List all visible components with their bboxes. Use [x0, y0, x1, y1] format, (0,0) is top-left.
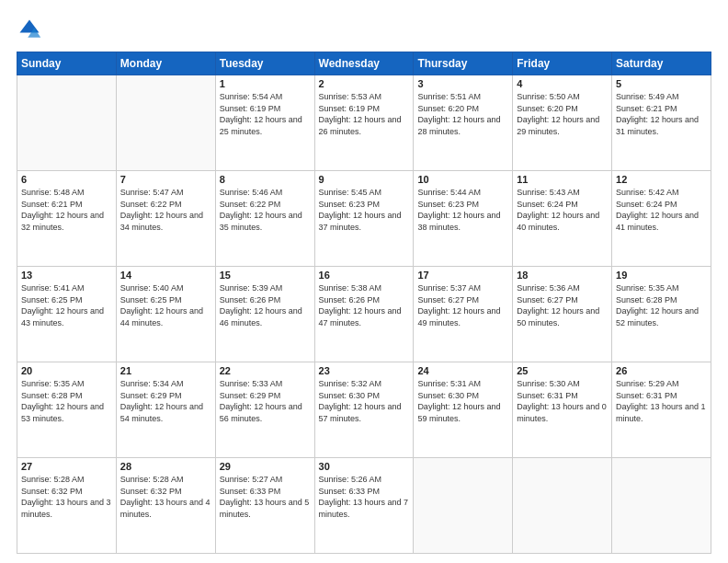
calendar-week-3: 13Sunrise: 5:41 AM Sunset: 6:25 PM Dayli… — [17, 267, 711, 362]
calendar-cell — [612, 458, 711, 554]
calendar-cell: 20Sunrise: 5:35 AM Sunset: 6:28 PM Dayli… — [17, 362, 117, 458]
day-info: Sunrise: 5:34 AM Sunset: 6:29 PM Dayligh… — [120, 378, 211, 424]
day-info: Sunrise: 5:28 AM Sunset: 6:32 PM Dayligh… — [120, 474, 211, 520]
page: SundayMondayTuesdayWednesdayThursdayFrid… — [0, 0, 728, 563]
day-info: Sunrise: 5:27 AM Sunset: 6:33 PM Dayligh… — [220, 474, 311, 520]
calendar-cell: 19Sunrise: 5:35 AM Sunset: 6:28 PM Dayli… — [612, 267, 711, 362]
calendar-cell: 25Sunrise: 5:30 AM Sunset: 6:31 PM Dayli… — [513, 362, 612, 458]
day-number: 12 — [616, 174, 707, 185]
day-number: 20 — [21, 365, 112, 376]
day-number: 7 — [120, 174, 211, 185]
calendar-cell: 4Sunrise: 5:50 AM Sunset: 6:20 PM Daylig… — [513, 75, 612, 171]
calendar-cell: 28Sunrise: 5:28 AM Sunset: 6:32 PM Dayli… — [116, 458, 215, 554]
day-number: 14 — [120, 270, 211, 281]
calendar-header-tuesday: Tuesday — [215, 52, 314, 75]
calendar-cell: 13Sunrise: 5:41 AM Sunset: 6:25 PM Dayli… — [17, 267, 117, 362]
calendar-table: SundayMondayTuesdayWednesdayThursdayFrid… — [17, 52, 711, 554]
day-number: 9 — [319, 174, 410, 185]
day-info: Sunrise: 5:37 AM Sunset: 6:27 PM Dayligh… — [417, 282, 508, 328]
day-info: Sunrise: 5:42 AM Sunset: 6:24 PM Dayligh… — [616, 187, 707, 233]
calendar-cell: 11Sunrise: 5:43 AM Sunset: 6:24 PM Dayli… — [513, 171, 612, 267]
calendar-cell: 21Sunrise: 5:34 AM Sunset: 6:29 PM Dayli… — [116, 362, 215, 458]
day-number: 10 — [417, 174, 508, 185]
day-info: Sunrise: 5:53 AM Sunset: 6:19 PM Dayligh… — [319, 91, 410, 137]
day-number: 21 — [120, 365, 211, 376]
day-info: Sunrise: 5:54 AM Sunset: 6:19 PM Dayligh… — [220, 91, 311, 137]
day-number: 28 — [120, 461, 211, 472]
day-info: Sunrise: 5:31 AM Sunset: 6:30 PM Dayligh… — [417, 378, 508, 424]
calendar-cell — [513, 458, 612, 554]
day-number: 22 — [220, 365, 311, 376]
calendar-header-thursday: Thursday — [414, 52, 513, 75]
day-number: 16 — [319, 270, 410, 281]
calendar-cell: 8Sunrise: 5:46 AM Sunset: 6:22 PM Daylig… — [215, 171, 314, 267]
calendar-header-wednesday: Wednesday — [314, 52, 414, 75]
day-number: 13 — [21, 270, 112, 281]
day-number: 15 — [220, 270, 311, 281]
day-info: Sunrise: 5:41 AM Sunset: 6:25 PM Dayligh… — [21, 282, 112, 328]
calendar-cell: 26Sunrise: 5:29 AM Sunset: 6:31 PM Dayli… — [612, 362, 711, 458]
day-number: 29 — [220, 461, 311, 472]
logo-icon — [17, 17, 42, 42]
day-number: 26 — [616, 365, 707, 376]
calendar-cell: 30Sunrise: 5:26 AM Sunset: 6:33 PM Dayli… — [314, 458, 414, 554]
day-number: 18 — [517, 270, 608, 281]
header — [17, 17, 711, 42]
day-info: Sunrise: 5:33 AM Sunset: 6:29 PM Dayligh… — [220, 378, 311, 424]
calendar-cell: 16Sunrise: 5:38 AM Sunset: 6:26 PM Dayli… — [314, 267, 414, 362]
day-info: Sunrise: 5:35 AM Sunset: 6:28 PM Dayligh… — [616, 282, 707, 328]
day-number: 4 — [517, 78, 608, 89]
day-info: Sunrise: 5:32 AM Sunset: 6:30 PM Dayligh… — [319, 378, 410, 424]
day-number: 17 — [417, 270, 508, 281]
calendar-cell: 24Sunrise: 5:31 AM Sunset: 6:30 PM Dayli… — [414, 362, 513, 458]
calendar-cell — [17, 75, 117, 171]
calendar-cell: 18Sunrise: 5:36 AM Sunset: 6:27 PM Dayli… — [513, 267, 612, 362]
calendar-cell: 9Sunrise: 5:45 AM Sunset: 6:23 PM Daylig… — [314, 171, 414, 267]
day-number: 2 — [319, 78, 410, 89]
calendar-cell: 2Sunrise: 5:53 AM Sunset: 6:19 PM Daylig… — [314, 75, 414, 171]
day-info: Sunrise: 5:51 AM Sunset: 6:20 PM Dayligh… — [417, 91, 508, 137]
calendar-cell: 3Sunrise: 5:51 AM Sunset: 6:20 PM Daylig… — [414, 75, 513, 171]
calendar-header-friday: Friday — [513, 52, 612, 75]
calendar-cell: 6Sunrise: 5:48 AM Sunset: 6:21 PM Daylig… — [17, 171, 117, 267]
calendar-cell: 29Sunrise: 5:27 AM Sunset: 6:33 PM Dayli… — [215, 458, 314, 554]
calendar-cell — [414, 458, 513, 554]
day-info: Sunrise: 5:46 AM Sunset: 6:22 PM Dayligh… — [220, 187, 311, 233]
day-number: 23 — [319, 365, 410, 376]
day-info: Sunrise: 5:36 AM Sunset: 6:27 PM Dayligh… — [517, 282, 608, 328]
calendar-cell: 5Sunrise: 5:49 AM Sunset: 6:21 PM Daylig… — [612, 75, 711, 171]
calendar-header-monday: Monday — [116, 52, 215, 75]
calendar-cell: 1Sunrise: 5:54 AM Sunset: 6:19 PM Daylig… — [215, 75, 314, 171]
day-number: 6 — [21, 174, 112, 185]
calendar-week-4: 20Sunrise: 5:35 AM Sunset: 6:28 PM Dayli… — [17, 362, 711, 458]
day-number: 27 — [21, 461, 112, 472]
day-info: Sunrise: 5:26 AM Sunset: 6:33 PM Dayligh… — [319, 474, 410, 520]
day-info: Sunrise: 5:40 AM Sunset: 6:25 PM Dayligh… — [120, 282, 211, 328]
calendar-cell: 10Sunrise: 5:44 AM Sunset: 6:23 PM Dayli… — [414, 171, 513, 267]
calendar-cell: 17Sunrise: 5:37 AM Sunset: 6:27 PM Dayli… — [414, 267, 513, 362]
calendar-header-saturday: Saturday — [612, 52, 711, 75]
day-info: Sunrise: 5:49 AM Sunset: 6:21 PM Dayligh… — [616, 91, 707, 137]
day-info: Sunrise: 5:38 AM Sunset: 6:26 PM Dayligh… — [319, 282, 410, 328]
day-number: 8 — [220, 174, 311, 185]
day-info: Sunrise: 5:30 AM Sunset: 6:31 PM Dayligh… — [517, 378, 608, 424]
day-info: Sunrise: 5:50 AM Sunset: 6:20 PM Dayligh… — [517, 91, 608, 137]
day-number: 25 — [517, 365, 608, 376]
calendar-cell: 15Sunrise: 5:39 AM Sunset: 6:26 PM Dayli… — [215, 267, 314, 362]
day-number: 3 — [417, 78, 508, 89]
day-number: 1 — [220, 78, 311, 89]
calendar-cell: 7Sunrise: 5:47 AM Sunset: 6:22 PM Daylig… — [116, 171, 215, 267]
calendar-week-1: 1Sunrise: 5:54 AM Sunset: 6:19 PM Daylig… — [17, 75, 711, 171]
calendar-header-sunday: Sunday — [17, 52, 117, 75]
day-info: Sunrise: 5:28 AM Sunset: 6:32 PM Dayligh… — [21, 474, 112, 520]
logo — [17, 17, 46, 42]
calendar-cell: 27Sunrise: 5:28 AM Sunset: 6:32 PM Dayli… — [17, 458, 117, 554]
day-info: Sunrise: 5:47 AM Sunset: 6:22 PM Dayligh… — [120, 187, 211, 233]
day-info: Sunrise: 5:44 AM Sunset: 6:23 PM Dayligh… — [417, 187, 508, 233]
calendar-cell: 23Sunrise: 5:32 AM Sunset: 6:30 PM Dayli… — [314, 362, 414, 458]
day-number: 24 — [417, 365, 508, 376]
calendar-cell: 22Sunrise: 5:33 AM Sunset: 6:29 PM Dayli… — [215, 362, 314, 458]
day-info: Sunrise: 5:39 AM Sunset: 6:26 PM Dayligh… — [220, 282, 311, 328]
calendar-cell: 14Sunrise: 5:40 AM Sunset: 6:25 PM Dayli… — [116, 267, 215, 362]
calendar-cell — [116, 75, 215, 171]
